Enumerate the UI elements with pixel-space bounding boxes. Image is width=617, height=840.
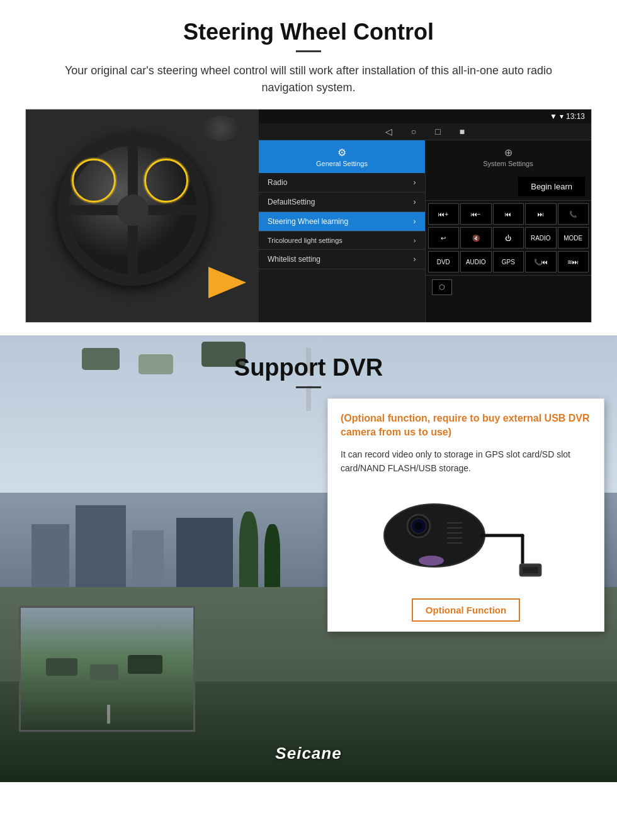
whitelist-icon-btn[interactable]: ⬡ [432, 279, 452, 295]
menu-steering-label: Steering Wheel learning [268, 217, 348, 226]
steering-composite: ▼ ▾ 13:13 ◁ ○ □ ■ ⚙ General Settings ⊕ S… [25, 109, 592, 323]
building-3 [132, 530, 164, 587]
begin-learn-button[interactable]: Begin learn [518, 177, 585, 196]
highlight-right-top [144, 159, 188, 203]
settings-tabs: ⚙ General Settings ⊕ System Settings [259, 140, 591, 173]
button-grid-row3: DVD AUDIO GPS 📞⏮ ≋⏭ [426, 249, 592, 275]
btn-call[interactable]: 📞 [558, 203, 589, 225]
optional-badge-container: Optional Function [341, 592, 591, 622]
menu-whitelist-label: Whitelist setting [268, 255, 320, 264]
svg-point-3 [415, 522, 422, 530]
tree-2 [264, 524, 280, 587]
gauge-hint [202, 116, 240, 141]
btn-vol-down[interactable]: ⏮− [460, 203, 492, 225]
menu-item-defaultsetting[interactable]: DefaultSetting › [259, 193, 425, 212]
btn-vol-up[interactable]: ⏮+ [428, 203, 460, 225]
menu-item-whitelist[interactable]: Whitelist setting › [259, 250, 425, 269]
menu-default-label: DefaultSetting [268, 198, 315, 206]
status-time: 13:13 [566, 112, 585, 121]
menu-tricoloured-label: Tricoloured light settings [268, 237, 342, 244]
menu-item-steering-learning[interactable]: Steering Wheel learning › [259, 212, 425, 232]
btn-gps[interactable]: GPS [493, 251, 524, 272]
svg-point-4 [419, 556, 444, 566]
android-panel: ▼ ▾ 13:13 ◁ ○ □ ■ ⚙ General Settings ⊕ S… [259, 109, 591, 322]
android-navbar: ◁ ○ □ ■ [259, 123, 591, 140]
svg-rect-8 [523, 567, 538, 573]
gear-icon: ⚙ [337, 147, 346, 159]
btn-dvd[interactable]: DVD [428, 251, 460, 272]
highlight-left-top [72, 159, 116, 203]
btn-next[interactable]: ⏭ [525, 203, 557, 225]
menu-tricoloured-arrow: › [414, 237, 416, 244]
signal-icon: ▼ [550, 112, 557, 121]
arrow-indicator [208, 267, 246, 298]
menu-default-arrow: › [414, 198, 416, 206]
building-4 [176, 518, 233, 587]
dvr-inset-road-visual [21, 608, 193, 730]
android-statusbar: ▼ ▾ 13:13 [259, 109, 591, 123]
btn-hangup[interactable]: ↩ [428, 227, 460, 249]
home-nav-icon[interactable]: ○ [411, 126, 416, 137]
menu-whitelist-arrow: › [414, 255, 416, 264]
building-1 [31, 524, 69, 587]
btn-call-prev[interactable]: 📞⏮ [525, 251, 557, 272]
menu-steering-arrow: › [414, 217, 416, 226]
steering-subtitle: Your original car's steering wheel contr… [38, 62, 579, 96]
btn-radio[interactable]: RADIO [525, 227, 557, 249]
wheel-circle [57, 135, 208, 286]
button-grid-row2: ↩ 🔇 ⏻ RADIO MODE [426, 227, 592, 249]
camera-svg [371, 485, 560, 586]
btn-power[interactable]: ⏻ [493, 227, 524, 249]
tab-system-label: System Settings [483, 160, 533, 167]
menu-list: Radio › DefaultSetting › Steering Wheel … [259, 173, 426, 322]
building-2 [76, 505, 126, 587]
inset-car-1 [46, 658, 77, 676]
dvr-camera-illustration [341, 485, 591, 586]
tab-general-settings[interactable]: ⚙ General Settings [259, 140, 425, 173]
dvr-title-area: Support DVR [0, 335, 617, 405]
back-nav-icon[interactable]: ◁ [385, 126, 392, 137]
steering-section: Steering Wheel Control Your original car… [0, 0, 617, 335]
tab-system-settings[interactable]: ⊕ System Settings [425, 140, 591, 173]
title-divider [296, 50, 321, 52]
menu-item-tricoloured[interactable]: Tricoloured light settings › [259, 232, 425, 250]
steering-title: Steering Wheel Control [25, 19, 592, 45]
tree-1 [239, 512, 258, 587]
menu-radio-arrow: › [414, 178, 416, 187]
recents-nav-icon[interactable]: □ [435, 126, 440, 137]
dvr-info-text: It can record video only to storage in G… [341, 447, 591, 476]
menu-radio-label: Radio [268, 178, 287, 187]
steering-wheel-image [26, 109, 259, 323]
wifi-icon: ▾ [560, 112, 563, 121]
dvr-inset-screen [19, 606, 195, 732]
inset-car-2 [90, 664, 118, 680]
optional-function-badge[interactable]: Optional Function [412, 598, 520, 622]
menu-nav-icon[interactable]: ■ [460, 126, 465, 137]
whitelist-icon-row: ⬡ [426, 275, 592, 299]
btn-prev[interactable]: ⏮ [493, 203, 524, 225]
dvr-info-title: (Optional function, require to buy exter… [341, 412, 591, 440]
btn-mute[interactable]: 🔇 [460, 227, 492, 249]
inset-road-line [107, 705, 110, 724]
menu-item-radio[interactable]: Radio › [259, 173, 425, 193]
dvr-section: Support DVR (Optional function, require … [0, 335, 617, 782]
controls-panel: Begin learn ⏮+ ⏮− ⏮ ⏭ 📞 ↩ 🔇 ⏻ [426, 173, 592, 322]
tab-general-label: General Settings [316, 160, 368, 167]
system-icon: ⊕ [504, 147, 512, 159]
inset-car-3 [128, 655, 162, 674]
dvr-title: Support DVR [0, 354, 617, 381]
btn-eq-next[interactable]: ≋⏭ [558, 251, 589, 272]
btn-audio[interactable]: AUDIO [460, 251, 492, 272]
begin-learn-area: Begin learn [426, 173, 592, 201]
seicane-logo: Seicane [275, 744, 341, 763]
menu-and-controls: Radio › DefaultSetting › Steering Wheel … [259, 173, 591, 322]
button-grid-row1: ⏮+ ⏮− ⏮ ⏭ 📞 [426, 201, 592, 227]
btn-mode[interactable]: MODE [558, 227, 589, 249]
dvr-info-card: (Optional function, require to buy exter… [327, 398, 604, 632]
dvr-divider [296, 386, 321, 388]
